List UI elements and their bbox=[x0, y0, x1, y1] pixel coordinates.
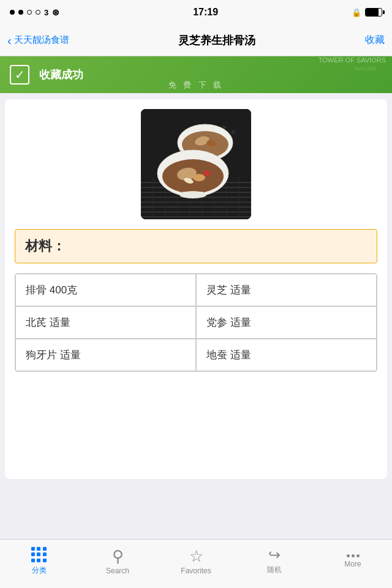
signal-dot-4 bbox=[36, 10, 40, 15]
status-bar: 3 ⊛ 17:19 🔒 bbox=[0, 0, 392, 24]
signal-dot-2 bbox=[18, 10, 23, 15]
ingredient-cell-0: 排骨 400克 bbox=[15, 274, 196, 306]
tab-search[interactable]: ⚲ Search bbox=[99, 548, 136, 575]
tab-search-label: Search bbox=[106, 567, 129, 575]
recipe-image: 活 彩 bbox=[141, 109, 251, 219]
tab-favorites[interactable]: ☆ Favorites bbox=[178, 548, 214, 575]
nav-bar: ‹ 天天靓汤食谱 灵芝养生排骨汤 收藏 bbox=[0, 24, 392, 56]
recipe-card: 活 彩 材料： 排骨 400克 灵芝 适量 北芪 适量 党参 适量 狗牙片 适量… bbox=[5, 99, 387, 479]
status-left: 3 ⊛ bbox=[10, 7, 59, 17]
tab-category-label: 分类 bbox=[32, 565, 47, 576]
status-time: 17:19 bbox=[193, 7, 218, 18]
collect-button[interactable]: 收藏 bbox=[365, 34, 385, 47]
tab-more[interactable]: More bbox=[334, 554, 371, 568]
search-icon: ⚲ bbox=[112, 548, 124, 564]
ad-banner[interactable]: ✓ 收藏成功 TOWER OF SAVIORS · · · NATURE · ·… bbox=[0, 56, 392, 93]
tab-more-label: More bbox=[344, 560, 361, 568]
back-button[interactable]: ‹ 天天靓汤食谱 bbox=[7, 34, 69, 47]
random-icon: ↪ bbox=[268, 548, 281, 562]
nav-title: 灵芝养生排骨汤 bbox=[178, 33, 255, 48]
ingredient-cell-2: 北芪 适量 bbox=[15, 306, 196, 339]
recipe-image-container: 活 彩 bbox=[15, 109, 377, 219]
more-dots-icon bbox=[347, 554, 360, 557]
ingredient-cell-1: 灵芝 适量 bbox=[196, 274, 377, 306]
back-label: 天天靓汤食谱 bbox=[14, 34, 69, 46]
svg-point-28 bbox=[193, 174, 205, 181]
tab-random-label: 随机 bbox=[267, 565, 282, 575]
signal-dot-1 bbox=[10, 10, 15, 15]
svg-text:彩: 彩 bbox=[232, 130, 236, 135]
wifi-icon: ⊛ bbox=[52, 7, 59, 17]
status-right: 🔒 bbox=[352, 8, 382, 17]
ingredients-grid: 排骨 400克 灵芝 适量 北芪 适量 党参 适量 狗牙片 适量 地蚕 适量 bbox=[15, 273, 377, 372]
tab-category[interactable]: 分类 bbox=[21, 547, 58, 576]
grid-icon bbox=[31, 547, 47, 563]
back-chevron-icon: ‹ bbox=[7, 34, 12, 47]
star-icon: ☆ bbox=[189, 548, 203, 564]
ingredient-cell-3: 党参 适量 bbox=[196, 306, 377, 339]
tab-random[interactable]: ↪ 随机 bbox=[256, 548, 293, 575]
carrier-label: 3 bbox=[44, 8, 48, 17]
svg-rect-34 bbox=[182, 192, 204, 197]
battery-icon bbox=[365, 8, 382, 17]
signal-dot-3 bbox=[27, 10, 32, 15]
ingredient-cell-5: 地蚕 适量 bbox=[196, 339, 377, 371]
materials-header: 材料： bbox=[15, 229, 377, 263]
ingredient-cell-4: 狗牙片 适量 bbox=[15, 339, 196, 371]
svg-point-29 bbox=[203, 171, 211, 176]
ad-free-text: 免 费 下 载 bbox=[0, 80, 392, 91]
tab-bar: 分类 ⚲ Search ☆ Favorites ↪ 随机 More bbox=[0, 539, 392, 588]
lock-icon: 🔒 bbox=[352, 8, 361, 17]
ad-bg-title: TOWER OF SAVIORS · · · NATURE · · · bbox=[318, 56, 386, 72]
tab-favorites-label: Favorites bbox=[181, 567, 211, 575]
materials-label: 材料： bbox=[25, 238, 66, 254]
